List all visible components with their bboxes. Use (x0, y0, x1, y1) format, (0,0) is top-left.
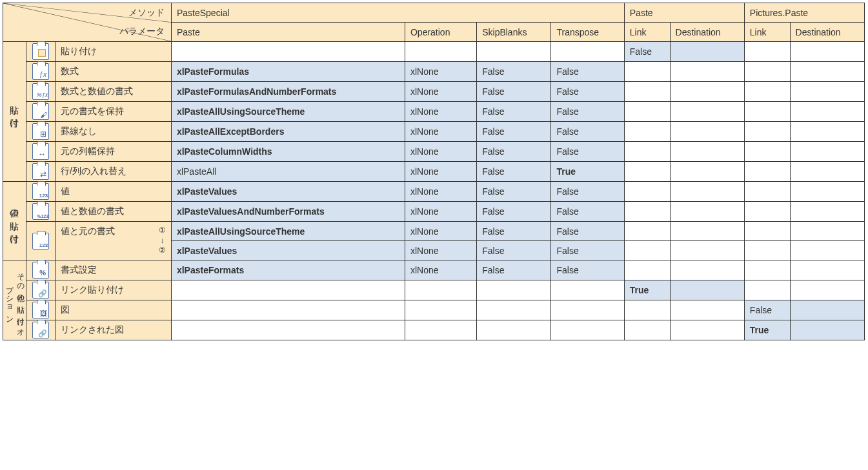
icon-cell (26, 42, 55, 62)
cell (744, 182, 790, 202)
cell-destination (790, 320, 864, 340)
cell (790, 222, 864, 241)
cell (405, 300, 476, 320)
cell-destination (790, 300, 864, 320)
cell (551, 42, 624, 62)
table-row: リンクされた図 True (3, 320, 865, 340)
cell-op: xlNone (405, 241, 476, 260)
cell-sb: False (477, 122, 551, 142)
cell-link: False (624, 42, 670, 62)
icon-cell (26, 222, 55, 260)
table-row: 値の貼り付け 値 xlPasteValues xlNone False Fals… (3, 182, 865, 202)
cell (790, 202, 864, 222)
row-label: 図 (55, 300, 171, 320)
cell-sb: False (477, 102, 551, 122)
cell (744, 102, 790, 122)
cell (624, 102, 670, 122)
cell-op: xlNone (405, 162, 476, 182)
cell-tr: False (551, 241, 624, 260)
icon-cell (26, 260, 55, 280)
cell-paste: xlPasteFormats (171, 260, 405, 280)
cell-op: xlNone (405, 202, 476, 222)
cell (171, 42, 405, 62)
cell-sb: False (477, 241, 551, 260)
clipboard-valuessrc-icon (32, 233, 49, 250)
cell-op: xlNone (405, 260, 476, 280)
row-label: 数式と数値の書式 (55, 82, 171, 102)
cell (744, 142, 790, 162)
cell (670, 82, 744, 102)
cell-op: xlNone (405, 182, 476, 202)
diag-method-label: メソッド (128, 7, 165, 19)
clipboard-noborder-icon (32, 123, 49, 140)
cell (624, 122, 670, 142)
icon-cell (26, 320, 55, 340)
cell (670, 122, 744, 142)
clipboard-pctfx-icon (32, 83, 49, 100)
cell-sb: False (477, 222, 551, 241)
row-label: 元の書式を保持 (55, 102, 171, 122)
cell-paste: xlPasteValues (171, 182, 405, 202)
arrow-down-icon: ↓ (160, 236, 164, 245)
cell (624, 222, 670, 241)
cell (171, 300, 405, 320)
icon-cell (26, 202, 55, 222)
step-indicator: ① ↓ ② (159, 226, 166, 256)
cell-sb: False (477, 142, 551, 162)
cell-sb: False (477, 260, 551, 280)
table-row: 元の列幅保持 xlPasteColumnWidths xlNone False … (3, 142, 865, 162)
icon-cell (26, 102, 55, 122)
row-label-text: 値と元の書式 (61, 226, 115, 236)
cell (744, 260, 790, 280)
param-operation: Operation (405, 23, 476, 42)
cell (624, 241, 670, 260)
row-label: 行/列の入れ替え (55, 162, 171, 182)
row-label: 書式設定 (55, 260, 171, 280)
cell-paste: xlPasteAll (171, 162, 405, 182)
cell (670, 62, 744, 82)
table-row: リンク貼り付け True (3, 280, 865, 300)
table-row: その他の貼り付けオプション 書式設定 xlPasteFormats xlNone… (3, 260, 865, 280)
cell-tr: True (551, 162, 624, 182)
cell-op: xlNone (405, 122, 476, 142)
cell-paste: xlPasteValuesAndNumberFormats (171, 202, 405, 222)
cell-op: xlNone (405, 142, 476, 162)
table-row: 罫線なし xlPasteAllExceptBorders xlNone Fals… (3, 122, 865, 142)
method-pastespecial: PasteSpecial (171, 3, 624, 23)
cell-tr: False (551, 62, 624, 82)
cell-tr: False (551, 142, 624, 162)
method-paste: Paste (624, 3, 744, 23)
table-row: 貼り付け 貼り付け False (3, 42, 865, 62)
cell-paste: xlPasteAllUsingSourceTheme (171, 222, 405, 241)
cell (744, 222, 790, 241)
table-row: 元の書式を保持 xlPasteAllUsingSourceTheme xlNon… (3, 102, 865, 122)
row-label: 罫線なし (55, 122, 171, 142)
cell (744, 62, 790, 82)
cell-tr: False (551, 222, 624, 241)
cell (477, 280, 551, 300)
cell (624, 82, 670, 102)
cell (624, 260, 670, 280)
header-diagonal: メソッド パラメータ (3, 3, 172, 42)
row-label: 元の列幅保持 (55, 142, 171, 162)
cell (790, 102, 864, 122)
cell (670, 241, 744, 260)
cell-sb: False (477, 202, 551, 222)
cell-op: xlNone (405, 102, 476, 122)
table-row: 行/列の入れ替え xlPasteAll xlNone False True (3, 162, 865, 182)
cell (670, 320, 744, 340)
cell (477, 320, 551, 340)
cell (624, 202, 670, 222)
cell (744, 241, 790, 260)
cell-link: True (744, 320, 790, 340)
cell (790, 260, 864, 280)
param-link1: Link (624, 23, 670, 42)
cell (790, 182, 864, 202)
clipboard-paste-icon (32, 43, 49, 60)
cell-op: xlNone (405, 82, 476, 102)
cell-paste: xlPasteFormulasAndNumberFormats (171, 82, 405, 102)
method-pictures-paste: Pictures.Paste (744, 3, 864, 23)
cell (790, 122, 864, 142)
icon-cell (26, 162, 55, 182)
step-1: ① (159, 226, 166, 235)
